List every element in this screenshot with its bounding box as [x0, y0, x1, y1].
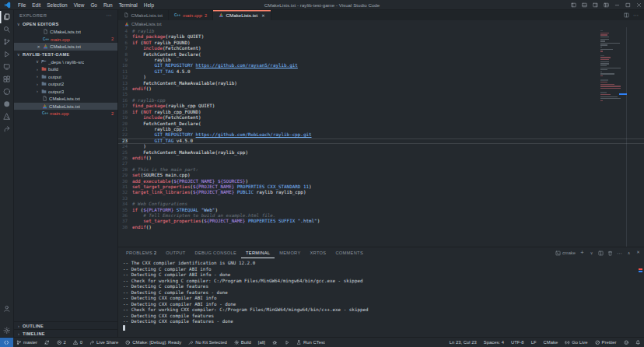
go-live[interactable]: Go Live	[562, 338, 591, 347]
code-line-15[interactable]: 15	[118, 92, 644, 97]
git-branch[interactable]: master	[13, 338, 41, 347]
code-line-26[interactable]: 26endif()	[118, 156, 644, 161]
code-line-29[interactable]: 29set(SOURCES main.cpp)	[118, 173, 644, 178]
panel-tab-memory[interactable]: MEMORY	[275, 247, 305, 258]
menu-run[interactable]: Run	[100, 2, 116, 8]
panel-tab-xrtos[interactable]: XRTOS	[306, 247, 331, 258]
layout-panel-button[interactable]	[579, 0, 590, 9]
activity-extensions[interactable]	[0, 73, 13, 86]
outline-section[interactable]: › OUTLINE	[14, 321, 117, 329]
code-line-12[interactable]: 12 )	[118, 75, 644, 80]
breadcrumb[interactable]: CMakeLists.txt	[118, 20, 644, 27]
code-line-9[interactable]: 9 raylib	[118, 58, 644, 63]
live-share[interactable]: Live Share	[86, 338, 122, 347]
activity-cmake-tools[interactable]	[0, 110, 13, 123]
tree-item-output[interactable]: ›output	[14, 73, 117, 81]
activity-remote-explorer[interactable]	[0, 61, 13, 73]
feedback[interactable]	[620, 338, 632, 347]
code-line-5[interactable]: 5find_package(raylib QUIET)	[118, 34, 644, 40]
tree-item-build[interactable]: ›build	[14, 65, 117, 73]
tab-main.cpp[interactable]: C++main.cpp2	[169, 10, 213, 20]
tree-item-output2[interactable]: ›output2	[14, 80, 117, 88]
code-line-6[interactable]: 6if (NOT raylib_FOUND)	[118, 40, 644, 46]
activity-account[interactable]	[0, 303, 13, 315]
tree-item-cmakelists-txt[interactable]: CMakeLists.txt	[14, 95, 117, 103]
cursor-position[interactable]: Ln 23, Col 23	[446, 338, 480, 347]
code-line-10[interactable]: 10 GIT_REPOSITORY https://github.com/ray…	[118, 63, 644, 68]
code-line-13[interactable]: 13 FetchContent_MakeAvailable(raylib)	[118, 81, 644, 86]
git-sync[interactable]	[41, 338, 54, 347]
code-line-22[interactable]: 22 GIT_REPOSITORY https://github.com/Rob…	[118, 132, 644, 138]
panel-tab-terminal[interactable]: TERMINAL	[241, 247, 275, 258]
split-editor-icon[interactable]	[598, 251, 604, 256]
code-line-25[interactable]: 25 FetchContent_MakeAvailable(raylib_cpp…	[118, 150, 644, 156]
tree-item-cmakelists-txt[interactable]: CMakeLists.txt	[14, 103, 117, 110]
tree-item-main-cpp[interactable]: C++main.cpp2	[14, 110, 117, 117]
tree-item--deps-raylib-src[interactable]: ∨_deps \ raylib-src	[14, 58, 117, 66]
menu-terminal[interactable]: Terminal	[116, 2, 141, 8]
activity-search[interactable]	[0, 23, 13, 36]
panel-tab-comments[interactable]: COMMENTS	[331, 247, 368, 258]
code-line-17[interactable]: 17find_package(raylib_cpp QUIET)	[118, 103, 644, 109]
maximize-button[interactable]	[623, 0, 633, 9]
code-line-18[interactable]: 18if (NOT raylib_cpp_FOUND)	[118, 110, 644, 115]
cmake-build[interactable]: Build	[230, 338, 254, 347]
terminal-output[interactable]: -- The CXX compiler identification is GN…	[123, 261, 636, 335]
trash-icon[interactable]	[607, 251, 613, 256]
open-editors-header[interactable]: ∨ OPEN EDITORS	[14, 20, 117, 28]
code-line-37[interactable]: 37 set_target_properties(${PROJECT_NAME}…	[118, 219, 644, 224]
code-line-4[interactable]: 4# raylib	[118, 29, 644, 34]
code-line-21[interactable]: 21 raylib_cpp	[118, 127, 644, 132]
tree-item-output3[interactable]: ›output3	[14, 88, 117, 96]
notifications[interactable]	[632, 338, 644, 347]
build-target[interactable]: [all]	[254, 338, 268, 347]
activity-explorer[interactable]	[0, 11, 13, 23]
code-line-11[interactable]: 11 GIT_TAG 4.5.0	[118, 69, 644, 75]
plus-icon[interactable]: +	[579, 251, 585, 256]
problems-errors[interactable]: 2	[53, 338, 69, 347]
split-editor-icon[interactable]	[624, 12, 629, 18]
close-editor-icon[interactable]: ✕	[36, 44, 41, 49]
close-icon[interactable]: ✕	[635, 251, 641, 256]
terminal-profile[interactable]: cmake	[555, 251, 576, 256]
code-editor[interactable]: 4# raylib5find_package(raylib QUIET)6if …	[118, 27, 644, 247]
code-line-7[interactable]: 7 include(FetchContent)	[118, 46, 644, 51]
remote-indicator[interactable]	[0, 338, 13, 347]
menu-help[interactable]: Help	[141, 2, 157, 8]
sidebar-more-icon[interactable]: ⋯	[107, 12, 112, 19]
minimap[interactable]	[600, 30, 622, 102]
activity-settings-gear[interactable]	[0, 324, 13, 337]
code-line-35[interactable]: 35if (${PLATFORM} STREQUAL "Web")	[118, 208, 644, 213]
language-mode[interactable]: CMake	[540, 338, 562, 347]
activity-github[interactable]	[0, 86, 13, 98]
open-editor-item[interactable]: CMakeLists.txt	[14, 28, 117, 36]
cmake-variant[interactable]: CMake: [Debug]: Ready	[122, 338, 185, 347]
code-line-24[interactable]: 24 )	[118, 144, 644, 149]
menu-go[interactable]: Go	[87, 2, 100, 8]
code-line-30[interactable]: 30add_executable(${PROJECT_NAME} ${SOURC…	[118, 179, 644, 184]
minimize-button[interactable]	[612, 0, 622, 9]
code-line-32[interactable]: 32target_link_libraries(${PROJECT_NAME} …	[118, 190, 644, 195]
layout-secondary-button[interactable]	[590, 0, 600, 9]
more-icon[interactable]: ⋯	[617, 251, 622, 256]
run-ctest[interactable]: Run CTest	[293, 338, 329, 347]
chevron-down-small-icon[interactable]: ∨	[589, 251, 594, 256]
tab-cmakelists.txt[interactable]: CMakeLists.txt	[118, 10, 169, 20]
layout-sidebar-button[interactable]	[569, 0, 579, 9]
open-editor-item[interactable]: ✕CMakeLists.txt	[14, 43, 117, 51]
code-line-8[interactable]: 8 FetchContent_Declare(	[118, 52, 644, 58]
launch-target[interactable]	[281, 338, 293, 347]
close-tab-icon[interactable]: ✕	[261, 13, 264, 18]
code-line-28[interactable]: 28# This is the main part:	[118, 167, 644, 173]
activity-run-debug[interactable]	[0, 48, 13, 61]
prettier[interactable]: Prettier	[591, 338, 620, 347]
code-line-14[interactable]: 14endif()	[118, 86, 644, 92]
activity-live-circle[interactable]	[0, 98, 13, 110]
debug-target[interactable]	[269, 338, 282, 347]
encoding[interactable]: UTF-8	[507, 338, 527, 347]
tab-cmakelists.txt[interactable]: CMakeLists.txt✕	[213, 10, 271, 20]
code-line-16[interactable]: 16# raylib-cpp	[118, 98, 644, 103]
code-line-38[interactable]: 38endif()	[118, 225, 644, 230]
eol[interactable]: LF	[527, 338, 540, 347]
panel-tab-debug-console[interactable]: DEBUG CONSOLE	[191, 247, 242, 258]
